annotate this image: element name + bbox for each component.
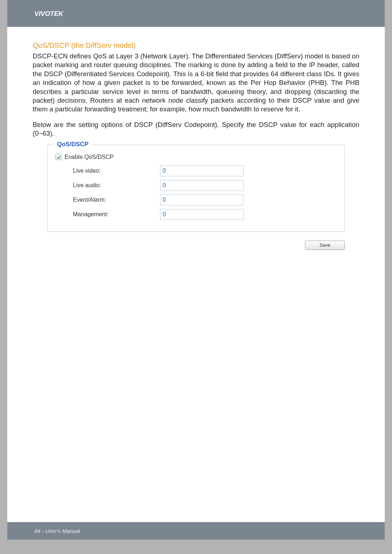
field-row-live-audio: Live audio: 0 xyxy=(73,180,336,191)
paragraph-2: Below are the setting options of DSCP (D… xyxy=(33,120,359,138)
field-row-event-alarm: Event/Alarm: 0 xyxy=(73,194,336,205)
management-label: Management: xyxy=(73,211,160,218)
enable-qos-label: Enable QoS/DSCP xyxy=(65,154,114,160)
fieldset-legend: QoS/DSCP xyxy=(54,141,91,148)
save-button-row: Save xyxy=(33,241,345,250)
footer-text: 84 - User's Manual xyxy=(34,528,80,534)
event-alarm-label: Event/Alarm: xyxy=(73,197,160,203)
enable-qos-checkbox[interactable] xyxy=(56,154,62,160)
live-video-input[interactable]: 0 xyxy=(160,165,244,176)
footer-band: 84 - User's Manual xyxy=(7,522,385,539)
content-area: QoS/DSCP (the DiffServ model) DSCP-ECN d… xyxy=(7,27,385,257)
field-row-management: Management: 0 xyxy=(73,209,336,220)
paragraph-1: DSCP-ECN defines QoS at Layer 3 (Network… xyxy=(33,52,359,114)
qos-dscp-fieldset: QoS/DSCP Enable QoS/DSCP Live video: 0 L… xyxy=(47,145,345,232)
section-heading: QoS/DSCP (the DiffServ model) xyxy=(33,41,359,50)
enable-qos-checkbox-row: Enable QoS/DSCP xyxy=(56,154,336,160)
save-button[interactable]: Save xyxy=(305,241,345,250)
live-audio-label: Live audio: xyxy=(73,182,160,189)
field-row-live-video: Live video: 0 xyxy=(73,165,336,176)
header-band: VIVOTEK xyxy=(7,0,385,27)
management-input[interactable]: 0 xyxy=(160,209,244,220)
live-audio-input[interactable]: 0 xyxy=(160,180,244,191)
live-video-label: Live video: xyxy=(73,168,160,174)
page: VIVOTEK QoS/DSCP (the DiffServ model) DS… xyxy=(7,0,385,539)
header-brand: VIVOTEK xyxy=(34,10,63,18)
check-icon xyxy=(57,155,61,159)
event-alarm-input[interactable]: 0 xyxy=(160,194,244,205)
